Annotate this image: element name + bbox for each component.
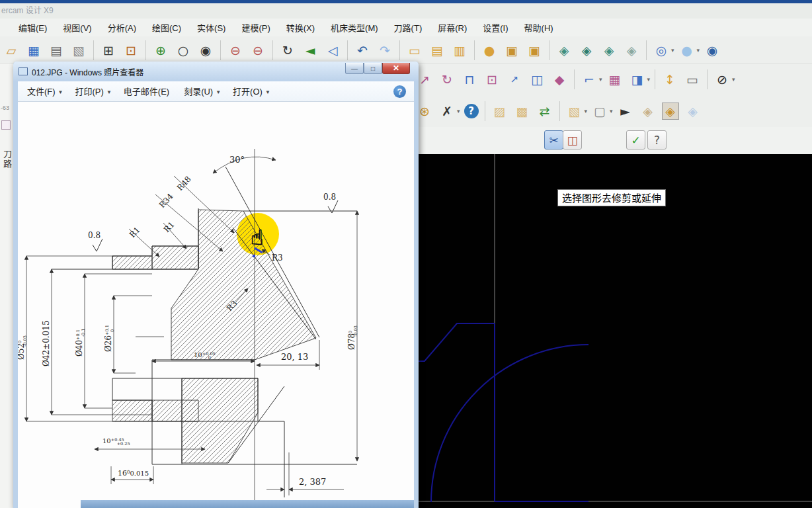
shaded-display-icon[interactable]: ●	[678, 42, 696, 59]
blue-arc[interactable]	[431, 345, 589, 502]
pv-menu-item-4-dropdown-icon[interactable]: ▼	[265, 89, 270, 95]
dropdown-arrow-icon[interactable]: ▾	[610, 108, 613, 114]
dynamic-rotate-icon[interactable]: ↻	[279, 42, 296, 59]
zoom-target-icon[interactable]: ⊕	[152, 42, 169, 59]
pv-menu-item-1-dropdown-icon[interactable]: ▼	[106, 89, 112, 95]
fn-help-button[interactable]: ?	[647, 130, 667, 149]
pv-menu-item-3[interactable]: 刻录(U)	[175, 81, 218, 101]
iso-view-2-icon[interactable]: ◈	[578, 42, 595, 59]
drawing-image: 30° R48 R34 R1 R1 R3 R3 0.8 0.8 Ø520-0.0…	[18, 102, 414, 508]
solids-cube-light-icon[interactable]: ◈	[684, 103, 702, 120]
menu-item-5[interactable]: 建模(P)	[233, 19, 278, 36]
fit-screen-icon[interactable]: ⊞	[100, 42, 117, 59]
dynamic-move-icon[interactable]: ↗	[506, 71, 523, 88]
menu-item-6[interactable]: 转换(X)	[278, 19, 323, 36]
ok-button[interactable]: ✓	[626, 130, 645, 149]
menu-item-1[interactable]: 视图(V)	[55, 19, 99, 36]
pv-menu-item-0-dropdown-icon[interactable]: ▼	[58, 89, 63, 95]
zoom-window-icon[interactable]: ○	[175, 42, 192, 59]
repaint-icon[interactable]: ⊡	[122, 42, 140, 59]
iso-view-3-icon[interactable]: ◈	[600, 42, 618, 59]
dropdown-arrow-icon[interactable]: ▾	[732, 76, 735, 83]
solids-cube-active-icon[interactable]: ◈	[662, 103, 679, 120]
mirror-icon[interactable]: ◆	[551, 71, 568, 88]
dropdown-arrow-icon[interactable]: ▾	[457, 108, 460, 114]
blue-polyline[interactable]	[418, 323, 495, 361]
toolbar-separator	[145, 40, 146, 60]
delete-entity-icon[interactable]: ▭	[406, 42, 423, 59]
left-panel-number: -63	[1, 105, 13, 111]
undo-icon[interactable]: ↶	[354, 42, 371, 59]
result-points-icon[interactable]: ●	[481, 42, 498, 59]
dim-dia78: Ø780-0.03	[347, 325, 358, 350]
xform-stretch-icon[interactable]: ⊓	[461, 71, 478, 88]
pv-menu-item-1[interactable]: 打印(P)	[66, 81, 109, 101]
print-preview-icon[interactable]: ▧	[70, 42, 87, 59]
zoom-selected-icon[interactable]: ◉	[197, 42, 214, 59]
z-depth-icon[interactable]: ↕	[661, 71, 678, 88]
unblank-entity-icon[interactable]: ▣	[526, 42, 543, 59]
maximize-button[interactable]: □	[364, 63, 382, 74]
blank-entity-icon[interactable]: ▣	[503, 42, 520, 59]
note-icon[interactable]: ▭	[684, 71, 701, 88]
xform-rotate-icon[interactable]: ↻	[438, 71, 456, 88]
print-icon[interactable]: ▤	[48, 42, 65, 59]
split-view-icon[interactable]: ◫	[528, 71, 546, 88]
help-circle-icon[interactable]: ?	[464, 104, 479, 118]
analyze-entity-icon[interactable]: ◄	[302, 42, 319, 59]
minimize-button[interactable]: —	[345, 63, 364, 74]
iso-view-1-icon[interactable]: ◈	[555, 42, 573, 59]
photo-viewer-help-icon[interactable]: ?	[393, 85, 406, 98]
menu-item-4[interactable]: 实体(S)	[189, 19, 233, 36]
menu-item-3[interactable]: 绘图(C)	[144, 19, 189, 36]
menu-item-9[interactable]: 屏幕(R)	[430, 19, 475, 36]
menu-item-2[interactable]: 分析(A)	[100, 19, 144, 36]
delete-x-icon[interactable]: ✗	[438, 103, 456, 120]
delete-advanced-icon[interactable]: ▥	[451, 42, 468, 59]
menu-item-8[interactable]: 刀路(T)	[386, 19, 430, 36]
toolbar-separator	[559, 101, 560, 121]
unzoom-08-icon[interactable]: ⊖	[249, 42, 266, 59]
menu-item-11[interactable]: 帮助(H)	[516, 19, 561, 36]
trim-one-entity-button[interactable]: ✂	[544, 130, 563, 149]
dropdown-arrow-icon[interactable]: ▾	[599, 76, 602, 83]
select-polygon-icon[interactable]: ▨	[491, 103, 508, 120]
dropdown-arrow-icon[interactable]: ▾	[585, 108, 588, 114]
photo-viewer-title: 012.JPG - Windows 照片查看器	[32, 66, 143, 77]
toolpath-panel-tab[interactable]: 刀路	[1, 149, 13, 169]
redo-icon[interactable]: ↷	[376, 42, 393, 59]
analyze-distance-icon[interactable]: ◁	[324, 42, 341, 59]
pv-menu-item-2[interactable]: 电子邮件(E)	[114, 81, 175, 101]
zoom-glass-icon[interactable]: ◉	[704, 42, 721, 59]
dropdown-arrow-icon[interactable]: ▾	[671, 47, 674, 54]
menu-item-7[interactable]: 机床类型(M)	[323, 19, 386, 36]
iso-view-4-icon[interactable]: ◈	[623, 42, 640, 59]
trim-divide-button[interactable]: ◫	[563, 130, 582, 149]
dropdown-arrow-icon[interactable]: ▾	[647, 76, 651, 83]
pv-menu-item-4[interactable]: 打开(O)	[223, 81, 268, 101]
fillet-icon[interactable]: ⌐	[581, 71, 598, 88]
pv-menu-item-0[interactable]: 文件(F)	[18, 81, 61, 101]
menu-item-0[interactable]: 编辑(E)	[11, 19, 55, 36]
select-window-icon[interactable]: ▧	[566, 103, 583, 120]
cad-viewport[interactable]: 选择图形去修剪或延伸	[418, 154, 812, 508]
menu-item-10[interactable]: 设置(I)	[475, 19, 516, 36]
save-icon[interactable]: ▦	[25, 42, 42, 59]
cursor-select-icon[interactable]: ►	[617, 103, 634, 120]
open-file-icon[interactable]: ▱	[3, 42, 20, 59]
close-button[interactable]: ✕	[382, 63, 410, 74]
grid-pattern-icon[interactable]: ▦	[606, 71, 624, 88]
select-recycle-icon[interactable]: ⇄	[536, 103, 553, 120]
select-copy-icon[interactable]: ▩	[514, 103, 531, 120]
xform-scale-icon[interactable]: ⊡	[483, 71, 501, 88]
unzoom-icon[interactable]: ⊖	[227, 42, 244, 59]
toolbar-row-3: ⊛✗▾?▨▩⇄▧▾▢▾►◈◈◈	[413, 95, 812, 127]
delete-duplicate-icon[interactable]: ▤	[428, 42, 446, 59]
pv-menu-item-3-dropdown-icon[interactable]: ▼	[216, 89, 221, 95]
no-symbol-icon[interactable]: ⊘	[713, 71, 731, 88]
solids-cube-dim-icon[interactable]: ◈	[639, 103, 657, 120]
dropdown-arrow-icon[interactable]: ▾	[697, 47, 700, 54]
select-range-icon[interactable]: ▢	[591, 103, 608, 120]
wireframe-display-icon[interactable]: ◎	[653, 42, 670, 59]
pane-arrow-icon[interactable]: ◨	[629, 71, 646, 88]
